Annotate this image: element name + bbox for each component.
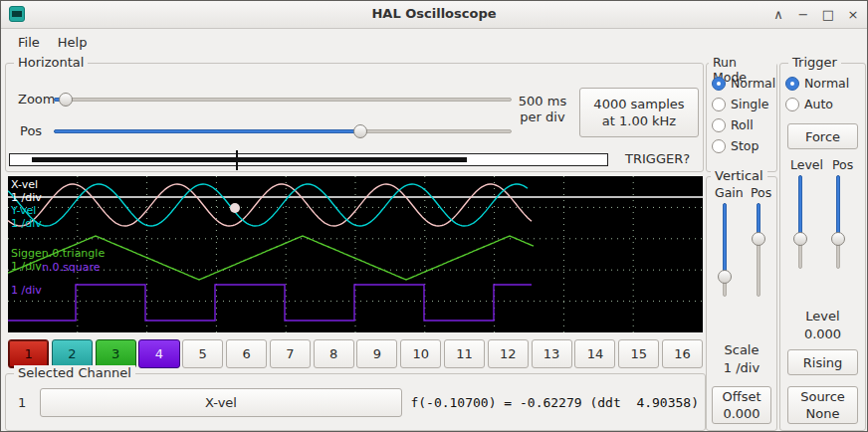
radio-icon [712, 98, 726, 111]
radio-label: Roll [731, 117, 754, 132]
slider-handle[interactable] [718, 270, 732, 284]
zoom-label: Zoom [18, 92, 55, 108]
channel-button-14[interactable]: 14 [574, 339, 615, 368]
trigger-group: Trigger NormalAuto Force Level Pos Level… [779, 63, 866, 431]
record-trigger-marker [236, 150, 238, 170]
channel-name-button[interactable]: X-vel [40, 388, 402, 417]
channel-button-8[interactable]: 8 [314, 339, 354, 368]
trigger-mode-normal[interactable]: Normal [780, 73, 865, 94]
samples-line1: 4000 samples [593, 96, 684, 112]
vertical-gain-slider[interactable] [717, 203, 733, 297]
scale-caption: Scale [707, 342, 776, 358]
vertical-group: Vertical Gain Pos Scale 1 /div Offset 0.… [706, 176, 777, 431]
vertical-legend: Vertical [711, 168, 767, 183]
channel-button-6[interactable]: 6 [226, 339, 267, 368]
rising-label: Rising [803, 354, 843, 371]
pos-label: Pos [20, 123, 42, 139]
horizontal-legend: Horizontal [14, 55, 88, 70]
trigger-pos-slider[interactable] [830, 175, 846, 269]
samples-line2: at 1.00 kHz [602, 112, 676, 129]
maximize-button[interactable]: □ [820, 7, 836, 22]
trigger-legend: Trigger [788, 55, 841, 70]
channel-button-16[interactable]: 16 [662, 339, 703, 368]
close-button[interactable]: × [845, 7, 861, 22]
rate-line1: 500 ms [510, 94, 575, 109]
slider-handle[interactable] [831, 232, 845, 246]
channel-button-10[interactable]: 10 [400, 339, 441, 368]
run-mode-roll[interactable]: Roll [707, 114, 776, 135]
trigger-level-label: Level [790, 157, 823, 173]
rate-line2: per div [510, 109, 575, 125]
slider-handle[interactable] [59, 93, 73, 107]
scope-channel-label: n.0.square [42, 261, 101, 274]
trace-siggen-square [8, 285, 532, 321]
source-line1: Source [800, 388, 845, 405]
scope-svg: X-vel1 /divY-vel1 /divSiggen.0.triangle1… [8, 176, 703, 332]
record-fill [32, 157, 467, 162]
time-per-div: 500 ms per div [510, 94, 575, 125]
trigger-options: NormalAuto [780, 73, 865, 114]
samples-button[interactable]: 4000 samples at 1.00 kHz [579, 88, 699, 137]
slider-fill [54, 129, 360, 133]
selected-channel-group: Selected Channel 1 X-vel f(-0.10700) = -… [5, 373, 706, 431]
trigger-pos-label: Pos [832, 157, 853, 173]
slider-trough [54, 98, 512, 102]
trigger-mode-auto[interactable]: Auto [780, 94, 865, 114]
force-label: Force [805, 128, 840, 145]
source-button[interactable]: Source None [787, 386, 858, 424]
channel-button-3[interactable]: 3 [96, 339, 136, 368]
minimize-button[interactable]: − [795, 7, 811, 22]
trigger-point-dot [230, 203, 240, 213]
trigger-level-slider[interactable] [792, 175, 808, 269]
menu-help[interactable]: Help [49, 32, 97, 53]
selected-channel-number: 1 [18, 395, 26, 411]
shade-button[interactable]: ∧ [770, 7, 786, 22]
vertical-pos-label: Pos [751, 185, 771, 201]
selected-channel-legend: Selected Channel [14, 365, 135, 380]
trigger-question-label: TRIGGER? [625, 151, 690, 167]
level-caption: Level [780, 309, 865, 324]
gain-label: Gain [715, 185, 744, 201]
channel-value-readout: f(-0.10700) = -0.62279 (ddt 4.90358) [410, 395, 699, 410]
channel-button-2[interactable]: 2 [52, 339, 93, 368]
vertical-pos-slider[interactable] [751, 203, 766, 297]
menu-bar: File Help [1, 29, 867, 55]
app-window: HAL Oscilloscope ∧ − □ × File Help Horiz… [0, 0, 868, 432]
channel-button-13[interactable]: 13 [532, 339, 572, 368]
window-title: HAL Oscilloscope [1, 6, 867, 21]
run-mode-options: NormalSingleRollStop [707, 73, 776, 156]
radio-label: Single [731, 97, 768, 111]
run-mode-normal[interactable]: Normal [707, 73, 776, 94]
pos-slider[interactable] [54, 123, 512, 139]
offset-line2: 0.000 [723, 405, 760, 422]
scope-channel-label: 1 /div [11, 191, 42, 204]
record-position-bar [9, 153, 608, 166]
channel-button-7[interactable]: 7 [270, 339, 311, 368]
title-bar[interactable]: HAL Oscilloscope ∧ − □ × [1, 1, 867, 29]
source-line2: None [806, 405, 840, 422]
menu-file[interactable]: File [9, 32, 49, 53]
channel-button-12[interactable]: 12 [488, 339, 529, 368]
radio-label: Normal [731, 76, 775, 91]
run-mode-stop[interactable]: Stop [707, 135, 776, 156]
channel-button-9[interactable]: 9 [356, 339, 397, 368]
slider-handle[interactable] [793, 232, 807, 246]
channel-button-11[interactable]: 11 [444, 339, 485, 368]
channel-name-label: X-vel [205, 394, 237, 411]
channel-button-4[interactable]: 4 [138, 339, 179, 368]
slider-fill [798, 175, 802, 239]
scope-channel-label: Siggen.0.triangle [11, 247, 105, 260]
slider-handle[interactable] [752, 232, 765, 246]
channel-button-15[interactable]: 15 [618, 339, 659, 368]
run-mode-single[interactable]: Single [707, 94, 776, 114]
radio-icon [712, 118, 726, 132]
rising-button[interactable]: Rising [787, 349, 858, 375]
radio-icon [785, 98, 799, 111]
force-button[interactable]: Force [787, 123, 858, 149]
channel-button-5[interactable]: 5 [182, 339, 223, 368]
channel-button-1[interactable]: 1 [8, 339, 49, 368]
zoom-slider[interactable] [54, 92, 512, 108]
offset-button[interactable]: Offset 0.000 [712, 386, 771, 424]
slider-handle[interactable] [353, 124, 367, 138]
slider-fill [836, 175, 840, 239]
